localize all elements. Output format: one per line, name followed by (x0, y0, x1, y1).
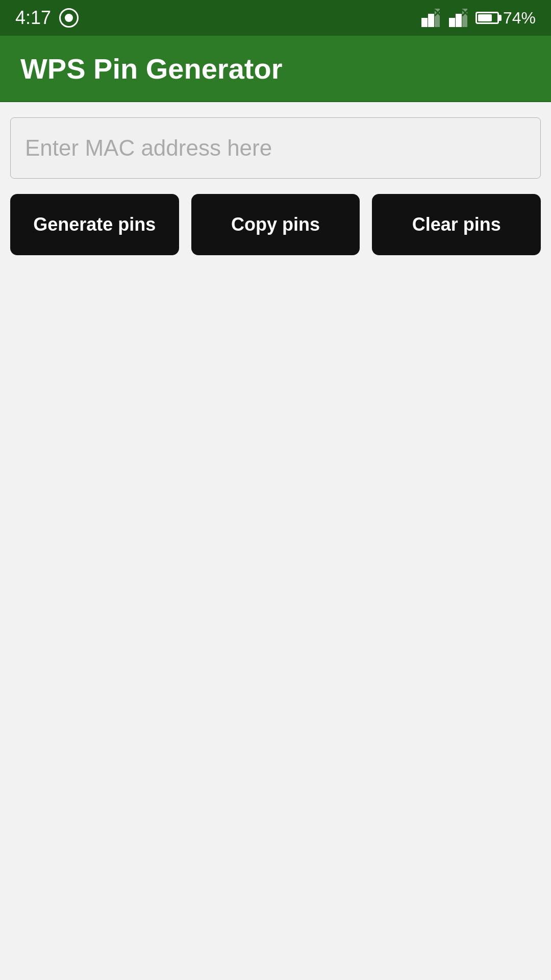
record-icon (59, 8, 79, 28)
status-bar: 4:17 (0, 0, 551, 36)
signal-icon-1 (421, 9, 440, 27)
clear-pins-button[interactable]: Clear pins (372, 194, 541, 255)
signal-icon-2 (449, 9, 467, 27)
battery-icon (475, 12, 499, 24)
battery-fill (478, 14, 492, 21)
battery-percent: 74% (503, 9, 536, 28)
main-content: Generate pins Copy pins Clear pins (0, 102, 551, 980)
svg-marker-5 (449, 18, 455, 27)
status-bar-right: 74% (421, 9, 536, 28)
app-title: WPS Pin Generator (20, 52, 282, 85)
mac-input-container[interactable] (10, 117, 541, 179)
signal-icons (421, 9, 467, 27)
generate-pins-button[interactable]: Generate pins (10, 194, 179, 255)
svg-marker-0 (421, 18, 428, 27)
app-bar: WPS Pin Generator (0, 36, 551, 102)
status-bar-left: 4:17 (15, 7, 79, 29)
status-time: 4:17 (15, 7, 51, 29)
battery-container: 74% (475, 9, 536, 28)
content-area (10, 271, 541, 980)
copy-pins-button[interactable]: Copy pins (191, 194, 360, 255)
svg-marker-6 (456, 14, 462, 27)
svg-marker-1 (428, 14, 434, 27)
mac-address-input[interactable] (25, 135, 526, 161)
buttons-row: Generate pins Copy pins Clear pins (10, 194, 541, 255)
